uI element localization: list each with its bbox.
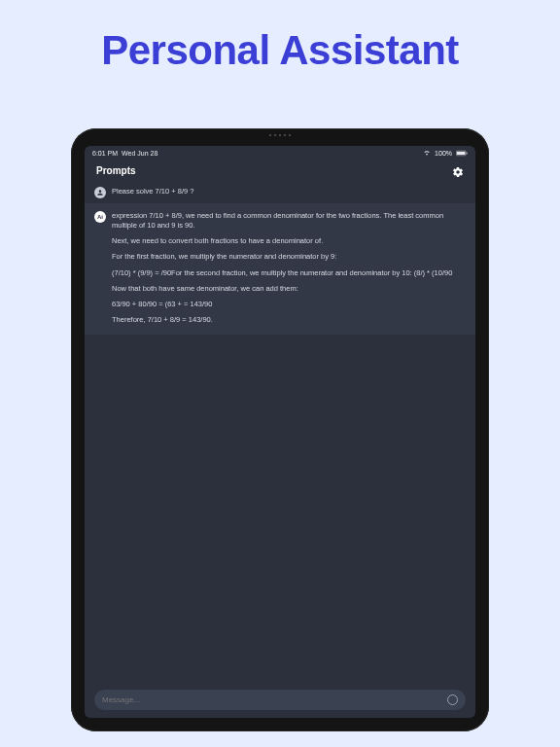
ai-message-row: Ai expression 7/10 + 8/9, we need to fin… bbox=[85, 203, 475, 335]
speaker-dots bbox=[269, 134, 291, 136]
app-header: Prompts bbox=[85, 159, 475, 182]
ai-message-text: expression 7/10 + 8/9, we need to find a… bbox=[112, 211, 466, 325]
wifi-icon bbox=[423, 149, 431, 158]
chat-area: Please solve 7/10 + 8/9 ? Ai expression … bbox=[85, 182, 475, 684]
send-icon[interactable] bbox=[447, 694, 458, 705]
status-date: Wed Jun 28 bbox=[122, 150, 158, 157]
battery-icon bbox=[456, 150, 468, 157]
message-input[interactable] bbox=[102, 695, 447, 704]
tablet-frame: 6:01 PM Wed Jun 28 100% Prompts bbox=[71, 128, 489, 731]
hero-title: Personal Assistant bbox=[0, 0, 560, 74]
ai-para: 63/90 + 80/90 = (63 + = 143/90 bbox=[112, 300, 466, 309]
screen: 6:01 PM Wed Jun 28 100% Prompts bbox=[85, 146, 475, 718]
user-message-row: Please solve 7/10 + 8/9 ? bbox=[85, 182, 475, 203]
status-bar: 6:01 PM Wed Jun 28 100% bbox=[85, 146, 475, 159]
ai-para: Now that both have same denominator, we … bbox=[112, 284, 466, 294]
ai-para: expression 7/10 + 8/9, we need to find a… bbox=[112, 211, 466, 231]
user-avatar-icon bbox=[94, 187, 106, 198]
status-time: 6:01 PM bbox=[92, 150, 118, 157]
svg-rect-2 bbox=[467, 153, 468, 155]
ai-para: Therefore, 7/10 + 8/9 = 143/90. bbox=[112, 315, 466, 325]
ai-para: For the first fraction, we multiply the … bbox=[112, 252, 466, 262]
ai-para: Next, we need to convert both fractions … bbox=[112, 236, 466, 246]
message-input-bar[interactable] bbox=[94, 690, 466, 710]
ai-para: (7/10) * (9/9) = /90For the second fract… bbox=[112, 268, 466, 278]
svg-rect-1 bbox=[457, 152, 466, 155]
battery-percent: 100% bbox=[435, 150, 452, 157]
user-message-text: Please solve 7/10 + 8/9 ? bbox=[112, 187, 466, 196]
gear-icon[interactable] bbox=[452, 164, 464, 176]
ai-avatar-icon: Ai bbox=[94, 211, 106, 223]
page-title: Prompts bbox=[96, 165, 136, 176]
